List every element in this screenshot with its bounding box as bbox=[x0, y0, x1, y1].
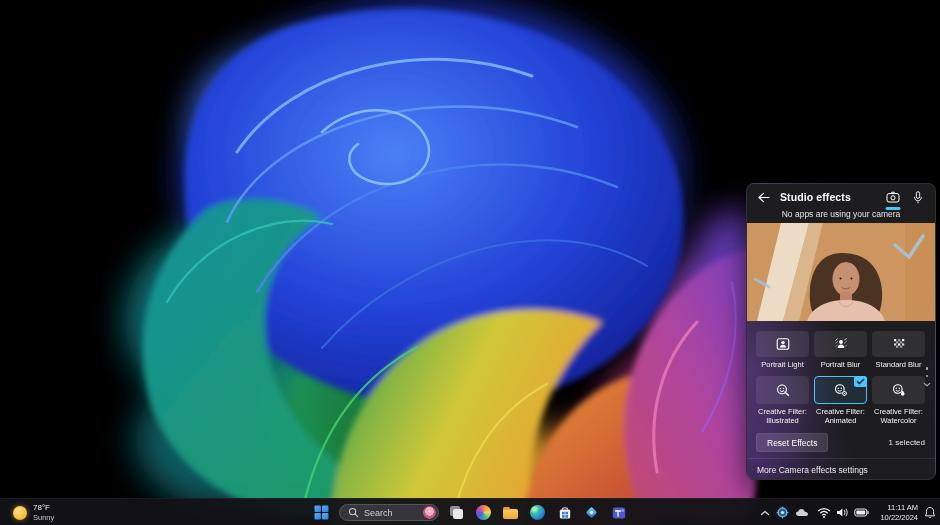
standard-blur-icon bbox=[892, 337, 906, 351]
search-icon bbox=[348, 507, 359, 518]
effect-sublabel: Watercolor bbox=[881, 416, 917, 425]
microphone-icon bbox=[913, 191, 923, 204]
effect-label: Portrait Light bbox=[761, 360, 804, 369]
watercolor-filter-icon bbox=[892, 383, 906, 397]
search-placeholder: Search bbox=[364, 508, 418, 518]
battery-icon bbox=[854, 508, 869, 517]
start-button[interactable] bbox=[312, 503, 331, 522]
panel-title: Studio effects bbox=[780, 191, 851, 203]
effects-footer: Reset Effects 1 selected bbox=[756, 433, 925, 452]
effect-tile-portrait-light[interactable] bbox=[756, 331, 809, 357]
weather-temperature: 78°F bbox=[33, 503, 54, 513]
effect-tile-creative-filter-illustrated[interactable] bbox=[756, 376, 809, 404]
edge-button[interactable] bbox=[528, 503, 547, 522]
effect-sublabel: Animated bbox=[825, 416, 857, 425]
panel-divider bbox=[747, 458, 935, 459]
sun-icon bbox=[13, 506, 27, 520]
effect-label: Creative Filter: bbox=[816, 407, 865, 416]
back-arrow-icon bbox=[757, 192, 770, 203]
hidden-icons-button[interactable] bbox=[760, 503, 770, 523]
selection-count: 1 selected bbox=[889, 438, 925, 447]
selected-check-badge bbox=[854, 376, 867, 387]
folder-icon bbox=[503, 509, 518, 519]
effect-label: Creative Filter: bbox=[874, 407, 923, 416]
effects-scrollbar[interactable] bbox=[922, 367, 932, 387]
microsoft-store-button[interactable] bbox=[555, 503, 574, 522]
effect-tile-creative-filter-animated[interactable] bbox=[814, 376, 867, 404]
speaker-icon bbox=[836, 507, 849, 518]
scroll-dot bbox=[926, 367, 929, 370]
effect-tile-standard-blur[interactable] bbox=[872, 331, 925, 357]
system-tray: 11:11 AM 10/22/2024 bbox=[760, 499, 936, 525]
search-highlight-image[interactable] bbox=[423, 506, 436, 519]
effects-row-2: Creative Filter: Illustrated Creative Fi… bbox=[756, 376, 925, 425]
cloud-icon bbox=[795, 508, 809, 517]
chevron-down-icon bbox=[923, 382, 931, 387]
studio-effects-panel: Studio effects No apps are using your ca… bbox=[746, 183, 936, 480]
copilot-button[interactable] bbox=[474, 503, 493, 522]
effect-label: Creative Filter: bbox=[758, 407, 807, 416]
store-bag-icon bbox=[558, 506, 572, 520]
diamond-icon bbox=[584, 505, 599, 520]
gear-icon bbox=[776, 506, 789, 519]
desktop: Studio effects No apps are using your ca… bbox=[0, 0, 940, 525]
studio-effects-header: Studio effects bbox=[756, 188, 926, 206]
widgets-button[interactable]: 78°F Sunny bbox=[6, 500, 61, 525]
camera-tab[interactable] bbox=[885, 190, 901, 205]
notification-bell-button[interactable] bbox=[924, 503, 936, 523]
teams-button[interactable] bbox=[609, 503, 628, 522]
portrait-blur-icon bbox=[834, 337, 848, 351]
effect-tile-portrait-blur[interactable] bbox=[814, 331, 867, 357]
check-icon bbox=[856, 378, 865, 385]
back-button[interactable] bbox=[756, 190, 771, 204]
effect-label: Standard Blur bbox=[876, 360, 922, 369]
microphone-tab[interactable] bbox=[910, 190, 926, 205]
portrait-light-icon bbox=[776, 337, 790, 351]
reset-effects-button[interactable]: Reset Effects bbox=[756, 433, 828, 452]
task-view-icon bbox=[450, 506, 463, 519]
clock-date: 10/22/2024 bbox=[880, 513, 918, 522]
animated-filter-icon bbox=[834, 383, 848, 397]
camera-status-text: No apps are using your camera bbox=[747, 209, 935, 219]
teams-icon bbox=[612, 506, 626, 520]
effect-tile-creative-filter-watercolor[interactable] bbox=[872, 376, 925, 404]
task-view-button[interactable] bbox=[447, 503, 466, 522]
file-explorer-button[interactable] bbox=[501, 503, 520, 522]
scroll-dot bbox=[926, 375, 929, 378]
camera-icon bbox=[886, 191, 900, 203]
more-camera-settings-link[interactable]: More Camera effects settings bbox=[757, 465, 868, 475]
bell-icon bbox=[924, 506, 936, 519]
copilot-icon bbox=[476, 505, 491, 520]
clock-time: 11:11 AM bbox=[880, 503, 918, 512]
camera-preview bbox=[747, 223, 936, 321]
edge-icon bbox=[530, 505, 545, 520]
chevron-up-icon bbox=[760, 510, 770, 516]
wifi-icon bbox=[817, 507, 831, 518]
windows-logo-icon bbox=[314, 505, 329, 520]
effect-label: Portrait Blur bbox=[821, 360, 861, 369]
taskbar-center: Search bbox=[312, 499, 628, 525]
effects-row-1: Portrait Light Portrait Blur Standard Bl… bbox=[756, 331, 925, 369]
search-box[interactable]: Search bbox=[339, 504, 439, 521]
effect-sublabel: Illustrated bbox=[766, 416, 799, 425]
taskbar: 78°F Sunny Search bbox=[0, 498, 940, 525]
illustrated-filter-icon bbox=[776, 383, 790, 397]
onedrive-button[interactable] bbox=[795, 503, 809, 523]
tray-app-button[interactable] bbox=[776, 503, 789, 523]
quick-settings-button[interactable] bbox=[815, 503, 871, 523]
clock-button[interactable]: 11:11 AM 10/22/2024 bbox=[877, 503, 918, 522]
weather-condition: Sunny bbox=[33, 513, 54, 522]
m365-copilot-button[interactable] bbox=[582, 503, 601, 522]
